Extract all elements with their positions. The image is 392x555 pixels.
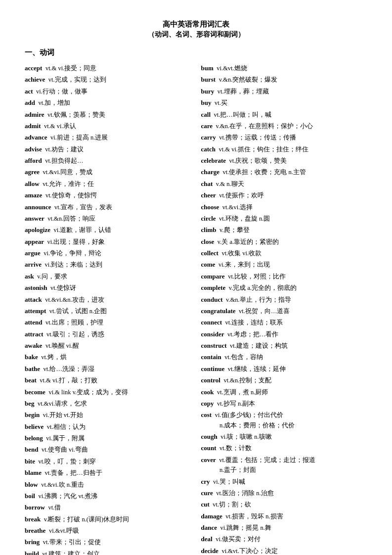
word: connect [201, 319, 222, 326]
definition: vt.祝贺，向…道喜 [239, 308, 290, 315]
word: arrive [25, 261, 42, 268]
list-item: conduct v.&n.举止，行为；指导 [201, 295, 368, 305]
definition: vi.到达；来临；达到 [44, 261, 102, 268]
word: astonish [25, 284, 47, 291]
definition: vt.烤，烘 [41, 354, 67, 361]
word: build [25, 550, 39, 555]
definition: vt.使惊奇，使惊愕 [45, 192, 97, 199]
list-item: accept vt.& vi.接受；同意 [25, 63, 191, 73]
definition: vt.&n.回答；响应 [47, 215, 95, 222]
list-item: bite vt.咬，叮，蛰；刺穿 [25, 457, 191, 466]
definition: vt.出席；照顾，护理 [45, 319, 103, 326]
word: carry [201, 134, 216, 141]
word: come [201, 261, 216, 268]
definition: vt.考虑；把…看作 [227, 331, 278, 338]
word: blame [25, 469, 42, 476]
definition: vt.包含，容纳 [224, 354, 263, 361]
list-item: control vt.&n.控制；支配 [201, 375, 368, 385]
list-item: cost vi.值(多少钱)；付出代价 n.成本；费用；价格；代价 [201, 410, 368, 430]
definition: v.断裂；打破 n.(课间)休息时间 [44, 516, 129, 523]
definition: vt.数；计数 [219, 445, 252, 452]
list-item: cook vt.烹调，煮 n.厨师 [201, 387, 368, 397]
definition: vi.值(多少钱)；付出代价 n.成本；费用；价格；代价 [201, 412, 295, 428]
word: cough [201, 433, 218, 440]
word: awake [25, 342, 42, 349]
word: bum [201, 64, 214, 72]
word: cry [201, 478, 210, 485]
list-item: afford vt.担负得起… [25, 156, 191, 166]
list-item: bathe vt.给…洗澡；弄湿 [25, 364, 191, 374]
word: circle [201, 215, 216, 222]
word: climb [201, 226, 217, 233]
word: argue [25, 249, 41, 257]
word: cut [201, 501, 210, 508]
definition: v.& n.聊天 [216, 181, 244, 187]
word: allow [25, 180, 40, 187]
word: decide [201, 547, 218, 555]
list-item: care v.&n.在乎，在意照料；保护；小心 [201, 121, 368, 131]
definition: vt.& vi.抓住；钩住；挂住；绊住 [219, 146, 309, 153]
list-item: circle vt.环绕，盘旋 n.圆 [201, 214, 368, 224]
list-item: attract vt.吸引；引起，诱惑 [25, 329, 191, 339]
definition: vt.劝告；建议 [45, 146, 84, 153]
list-item: boil vi.沸腾；汽化 vt.煮沸 [25, 491, 191, 501]
list-item: consider vt.考虑；把…看作 [201, 329, 368, 339]
list-item: arrive vi.到达；来临；达到 [25, 260, 191, 270]
definition: vi.&vt.下决心；决定 [221, 548, 277, 555]
word: construct [201, 342, 227, 349]
definition: vt.&n.控制；支配 [223, 377, 271, 384]
word: choose [201, 203, 219, 211]
definition: vi.&vt.燃烧 [217, 65, 247, 72]
word: advance [25, 134, 47, 141]
word: buy [201, 99, 212, 106]
definition: vt.完成，实现；达到 [48, 76, 106, 83]
definition: vi.前进；提高 n.进展 [50, 134, 108, 141]
definition: vt.抄写 n.副本 [217, 400, 255, 407]
definition: vi.沸腾；汽化 vt.煮沸 [38, 493, 97, 500]
definition: v.&n.在乎，在意照料；保护；小心 [216, 123, 313, 130]
word: admit [25, 122, 41, 130]
definition: vt.& vi.打，敲；打败 [40, 377, 97, 384]
list-item: admire vt.钦佩；羡慕；赞美 [25, 110, 191, 120]
list-item: bum vi.&vt.燃烧 [201, 63, 368, 73]
definition: vt.担负得起… [45, 157, 83, 164]
definition: vi.跳舞；摇晃 n.舞 [220, 524, 271, 531]
list-item: cry vi.哭；叫喊 [201, 477, 368, 487]
word: announce [25, 203, 51, 211]
definition: vt.&vi.请求，乞求 [38, 400, 87, 407]
word: bring [25, 538, 40, 546]
list-item: admit vt.& vi.承认 [25, 121, 191, 131]
list-item: call vt.把…叫做；叫，喊 [201, 110, 368, 120]
definition: vi.哭；叫喊 [213, 478, 245, 485]
list-item: break v.断裂；打破 n.(课间)休息时间 [25, 514, 191, 524]
word: cover [201, 456, 216, 463]
list-item: beat vt.& vi.打，敲；打败 [25, 375, 191, 385]
word: beg [25, 400, 35, 407]
definition: vi.争论，争辩，辩论 [44, 250, 101, 257]
word: complete [201, 284, 226, 291]
definition: vi.道歉，谢罪，认错 [54, 227, 112, 233]
list-item: beg vt.&vi.请求，乞求 [25, 399, 191, 409]
right-column: bum vi.&vt.燃烧burst v.&n.突然破裂；爆发bury vt.埋… [196, 63, 368, 555]
word: catch [201, 145, 216, 153]
definition: vt.&vi.&n.攻击，进攻 [45, 296, 104, 303]
list-item: bury vt.埋葬，葬；埋藏 [201, 87, 368, 96]
list-item: decide vi.&vt.下决心；决定 [201, 546, 368, 555]
list-item: blow vt.&vi.吹 n.重击 [25, 480, 191, 490]
word: cheer [201, 191, 216, 199]
list-item: bend vt.使弯曲 vi.弯曲 [25, 445, 191, 455]
definition: vt.把…叫做；叫，喊 [214, 111, 271, 118]
word: attract [25, 330, 44, 338]
definition: vt.&vi.选择 [222, 204, 253, 211]
definition: vt.携带；运载；传送；传播 [219, 134, 296, 141]
word: congratulate [201, 307, 236, 315]
list-item: belong vi.属于，附属 [25, 433, 191, 443]
list-item: copy vt.抄写 n.副本 [201, 399, 368, 409]
list-item: begin vi.开始 vt.开始 [25, 410, 191, 420]
word: advise [25, 145, 42, 153]
list-item: bring vt.带来；引出；促使 [25, 537, 191, 547]
definition: vt.使承担；收费；充电 n.主管 [223, 169, 306, 176]
list-item: act vi.行动；做，做事 [25, 87, 191, 96]
word: break [25, 515, 41, 523]
list-item: answer vt.&n.回答；响应 [25, 214, 191, 224]
